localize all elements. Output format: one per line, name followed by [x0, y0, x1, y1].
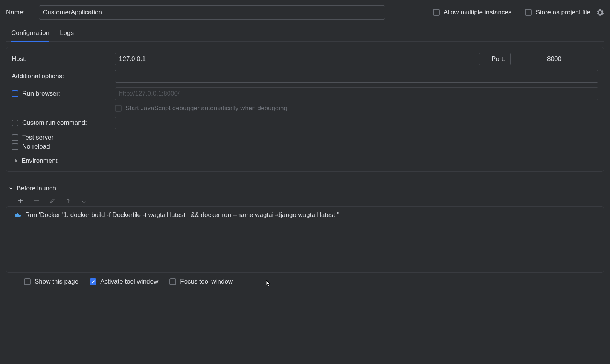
test-server-checkbox[interactable]: [12, 134, 18, 141]
svg-rect-1: [17, 214, 18, 215]
custom-run-checkbox[interactable]: [12, 120, 18, 126]
custom-run-input[interactable]: [115, 117, 598, 129]
host-input[interactable]: [115, 53, 480, 65]
test-server-label: Test server: [22, 134, 53, 141]
focus-tool-label: Focus tool window: [180, 278, 233, 285]
svg-rect-0: [15, 214, 17, 215]
run-browser-checkbox[interactable]: [12, 90, 18, 97]
run-browser-label: Run browser:: [22, 90, 60, 97]
show-page-checkbox[interactable]: [24, 278, 31, 285]
show-page-label: Show this page: [35, 278, 78, 285]
activate-tool-label: Activate tool window: [100, 278, 158, 285]
host-label: Host:: [12, 55, 27, 63]
environment-section-header[interactable]: Environment: [12, 155, 598, 168]
list-item[interactable]: Run 'Docker '1. docker build -f Dockerfi…: [12, 210, 598, 220]
before-launch-title: Before launch: [17, 185, 56, 192]
activate-tool-checkbox[interactable]: [90, 278, 96, 285]
remove-icon: [33, 197, 40, 204]
js-debugger-label: Start JavaScript debugger automatically …: [125, 105, 287, 112]
additional-options-input[interactable]: [115, 70, 598, 83]
before-launch-task-list[interactable]: Run 'Docker '1. docker build -f Dockerfi…: [6, 206, 604, 273]
no-reload-checkbox[interactable]: [12, 143, 18, 150]
svg-rect-2: [18, 214, 19, 215]
environment-label: Environment: [21, 157, 57, 165]
port-label: Port:: [491, 55, 505, 63]
chevron-right-icon: [13, 158, 18, 164]
additional-options-label: Additional options:: [12, 73, 64, 80]
move-down-icon: [81, 197, 87, 204]
custom-run-label: Custom run command:: [22, 119, 87, 127]
allow-multiple-checkbox[interactable]: [433, 9, 440, 16]
task-text: Run 'Docker '1. docker build -f Dockerfi…: [25, 211, 339, 219]
name-label: Name:: [6, 9, 34, 16]
before-launch-header[interactable]: Before launch: [6, 185, 604, 192]
tabs: Configuration Logs: [6, 26, 604, 42]
move-up-icon: [65, 197, 72, 204]
svg-rect-3: [17, 213, 18, 214]
store-project-checkbox[interactable]: [525, 9, 532, 16]
allow-multiple-label: Allow multiple instances: [444, 9, 511, 16]
js-debugger-checkbox: [115, 105, 122, 112]
tab-logs[interactable]: Logs: [60, 26, 74, 42]
name-input[interactable]: [39, 5, 385, 20]
add-icon[interactable]: [17, 197, 24, 204]
before-launch-toolbar: [6, 195, 604, 206]
focus-tool-checkbox[interactable]: [169, 278, 176, 285]
tab-configuration[interactable]: Configuration: [11, 26, 49, 42]
gear-icon[interactable]: [596, 9, 604, 16]
edit-icon: [49, 197, 56, 204]
configuration-panel: Host: Port: Additional options: Run brow…: [6, 47, 604, 172]
chevron-down-icon: [8, 186, 14, 191]
port-input[interactable]: [510, 53, 598, 65]
docker-icon: [15, 212, 21, 218]
store-project-label: Store as project file: [535, 9, 590, 16]
no-reload-label: No reload: [22, 143, 50, 150]
run-browser-input: [115, 87, 598, 100]
